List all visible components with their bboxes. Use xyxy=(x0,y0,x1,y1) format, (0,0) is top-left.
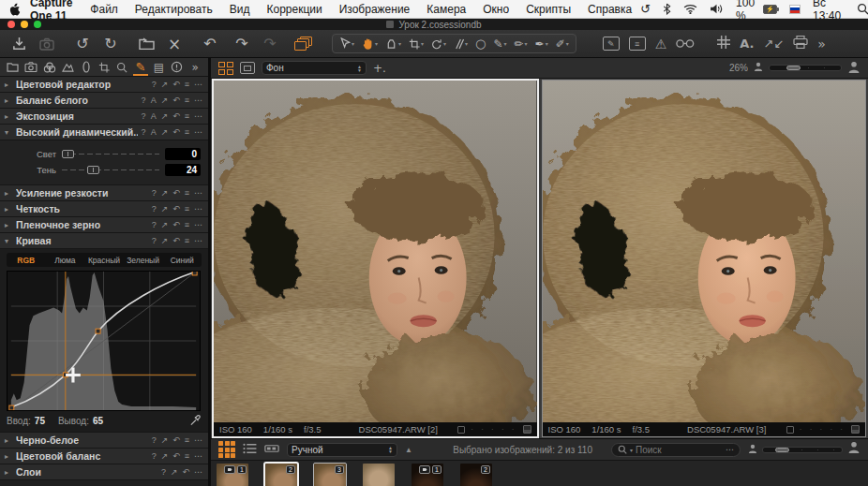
panel-film-grain[interactable]: ▸ Пленочное зерно ?↗↶≡⋯ xyxy=(0,217,208,233)
help-icon[interactable]: ? xyxy=(142,96,146,105)
chevron-right-icon[interactable]: ▸ xyxy=(5,205,12,214)
print-icon[interactable] xyxy=(793,36,808,52)
reset-icon[interactable]: ↶ xyxy=(172,435,180,445)
tab-color[interactable] xyxy=(40,58,58,76)
thumbnail-6[interactable]: 2 xyxy=(460,464,492,486)
variant-checkbox[interactable] xyxy=(457,426,465,434)
help-icon[interactable]: ? xyxy=(152,220,157,229)
apple-menu-icon[interactable] xyxy=(9,3,21,16)
copy-icon[interactable]: ↗ xyxy=(161,127,169,137)
chevron-right-icon[interactable]: ▸ xyxy=(5,436,12,445)
edit-mode-icon[interactable]: ✎ xyxy=(603,37,620,51)
chevron-right-icon[interactable]: ▸ xyxy=(5,221,12,229)
crop-tool[interactable]: ▾ xyxy=(406,37,427,51)
help-icon[interactable]: ? xyxy=(152,80,157,89)
tab-composition[interactable] xyxy=(95,58,112,76)
keyboard-layout-flag-icon[interactable] xyxy=(789,5,801,14)
exposure-warning-icon[interactable]: ⚠ xyxy=(655,37,667,52)
curve-picker-icon[interactable] xyxy=(189,414,202,428)
tab-metadata[interactable]: ▤ xyxy=(150,58,168,76)
panel-clarity[interactable]: ▸ Четкость ?↗↶≡⋯ xyxy=(0,201,208,217)
erase-mask-tool[interactable]: ✏▾ xyxy=(512,37,531,52)
bluetooth-icon[interactable] xyxy=(663,3,671,15)
search-options-icon[interactable]: ⋯ xyxy=(726,445,734,454)
variant-2-photo[interactable]: ISO 160 1/160 s f/3.5 DSC05947.ARW [2] ·… xyxy=(214,81,537,436)
tab-capture[interactable] xyxy=(22,58,39,76)
reset-icon[interactable]: ↶ xyxy=(172,188,180,198)
panel-black-white[interactable]: ▸ Черно-белое ?↗↶≡⋯ xyxy=(0,433,208,449)
curve-tab-luma[interactable]: Люма xyxy=(46,256,85,265)
reset-icon[interactable]: ↶ xyxy=(172,96,180,105)
redo-button[interactable]: ↷ xyxy=(231,34,253,54)
thumb-size-large-icon[interactable] xyxy=(847,441,861,458)
more-icon[interactable]: ⋯ xyxy=(194,236,202,245)
presets-icon[interactable]: ≡ xyxy=(185,96,189,105)
reset-icon[interactable]: ↶ xyxy=(172,127,180,137)
proof-glasses-icon[interactable] xyxy=(676,36,695,52)
variant-3-photo[interactable]: ISO 160 1/160 s f/3.5 DSC05947.ARW [3] ·… xyxy=(543,81,866,436)
menu-adjustments[interactable]: Коррекции xyxy=(258,3,330,16)
variant-checkbox[interactable] xyxy=(786,426,794,434)
multi-view-icon[interactable] xyxy=(218,62,233,75)
more-icon[interactable]: ⋯ xyxy=(194,204,202,214)
menu-help[interactable]: Справка xyxy=(579,3,640,16)
portrait-image[interactable] xyxy=(214,81,537,422)
presets-icon[interactable]: ≡ xyxy=(185,236,189,245)
chevron-right-icon[interactable]: ▸ xyxy=(5,189,12,198)
copy-icon[interactable]: ↗ xyxy=(161,96,169,105)
more-icon[interactable]: ⋯ xyxy=(194,80,202,89)
tab-exposure[interactable] xyxy=(58,58,76,76)
reset-icon[interactable]: ↶ xyxy=(172,204,180,214)
menu-view[interactable]: Вид xyxy=(221,3,259,16)
copy-icon[interactable]: ↗ xyxy=(161,435,169,445)
chevron-right-icon[interactable]: ▸ xyxy=(5,468,12,477)
reset-icon[interactable]: ↶ xyxy=(172,220,180,229)
reset-icon[interactable]: ↶ xyxy=(172,111,180,121)
help-icon[interactable]: ? xyxy=(152,435,157,445)
pan-hand-tool[interactable]: ▾ xyxy=(359,37,381,51)
list-view-icon[interactable] xyxy=(243,441,257,458)
menu-window[interactable]: Окно xyxy=(474,3,517,16)
straighten-tool[interactable]: ▾ xyxy=(451,37,471,51)
help-icon[interactable]: ? xyxy=(161,467,166,477)
help-icon[interactable]: ? xyxy=(152,204,157,214)
panel-white-balance[interactable]: ▸ Баланс белого ?A↗↶≡⋯ xyxy=(0,93,208,109)
auto-icon[interactable]: A xyxy=(151,111,157,121)
help-icon[interactable]: ? xyxy=(152,236,157,245)
zoom-window-button[interactable] xyxy=(34,21,41,28)
sort-direction-icon[interactable]: ▲ xyxy=(405,446,412,454)
panel-hdr[interactable]: ▾ Высокий динамический... ?A↗↶≡⋯ xyxy=(0,125,208,140)
more-icon[interactable]: ⋯ xyxy=(194,467,202,477)
menu-edit[interactable]: Редактировать xyxy=(127,3,221,16)
import-button[interactable] xyxy=(7,34,30,54)
panel-curve[interactable]: ▾ Кривая ?↗↶≡⋯ xyxy=(0,233,208,249)
reset-icon[interactable]: ↶ xyxy=(172,80,180,89)
presets-icon[interactable]: ≡ xyxy=(185,451,189,461)
more-icon[interactable]: ⋯ xyxy=(194,220,202,229)
more-icon[interactable]: ⋯ xyxy=(194,188,202,198)
shadow-value[interactable]: 24 xyxy=(165,164,201,176)
presets-icon[interactable]: ≡ xyxy=(185,111,189,121)
panel-layers[interactable]: ▸ Слои ?↗↶⋯ xyxy=(0,464,208,480)
curve-tab-blue[interactable]: Синий xyxy=(162,256,202,265)
auto-icon[interactable]: A xyxy=(151,127,157,137)
time-machine-icon[interactable]: ↺ xyxy=(640,2,651,16)
help-icon[interactable]: ? xyxy=(152,451,157,461)
viewer-zoom-slider[interactable] xyxy=(769,65,842,71)
move-to-folder-button[interactable] xyxy=(135,34,157,54)
copy-adjustments-button[interactable] xyxy=(294,37,313,52)
rotate-right-button[interactable]: ↻ xyxy=(99,34,122,54)
reset-icon[interactable]: ↶ xyxy=(182,467,189,477)
grid-view-icon[interactable] xyxy=(218,441,235,458)
copy-icon[interactable]: ↗ xyxy=(161,80,169,89)
redo-secondary-button[interactable]: ↷ xyxy=(259,34,281,54)
delete-button[interactable]: × xyxy=(163,34,186,54)
presets-icon[interactable]: ≡ xyxy=(185,80,189,89)
tab-library[interactable] xyxy=(4,58,22,76)
curve-histogram-graph[interactable] xyxy=(7,271,201,411)
tab-adjustments[interactable]: ✎ xyxy=(131,58,149,76)
copy-icon[interactable]: ↗ xyxy=(161,220,169,229)
presets-icon[interactable]: ≡ xyxy=(185,435,189,445)
background-select[interactable]: Фон ▲▼ xyxy=(262,61,367,75)
zoom-out-person-icon[interactable] xyxy=(754,62,763,74)
